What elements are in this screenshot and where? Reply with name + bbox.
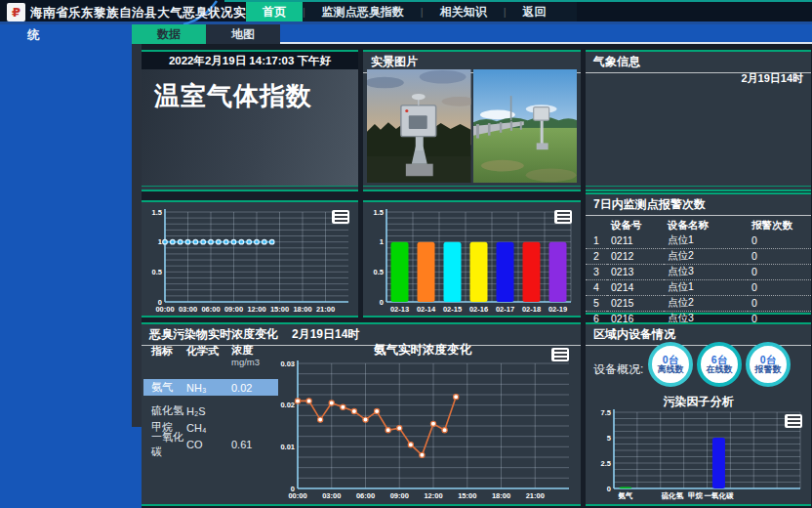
photos-container bbox=[367, 69, 577, 183]
nav-item-3[interactable]: 相关知识 bbox=[424, 2, 504, 21]
weather-panel: 气象信息 2月19日14时 bbox=[586, 50, 811, 191]
svg-text:02-18: 02-18 bbox=[522, 305, 541, 314]
chart-menu-icon[interactable] bbox=[332, 210, 349, 224]
svg-text:06:00: 06:00 bbox=[201, 305, 220, 314]
greenhouse-chart-panel: 00.511.500:0003:0006:0009:0012:0015:0018… bbox=[142, 200, 358, 318]
left-sidebar bbox=[0, 44, 132, 508]
svg-text:硫化氢: 硫化氢 bbox=[661, 491, 683, 500]
sidebar-strip bbox=[132, 427, 142, 508]
odor-panel: 恶臭污染物实时浓度变化 2月19日14时 指标 化学式 浓度 mg/m3 氨气N… bbox=[142, 322, 581, 506]
svg-text:02-19: 02-19 bbox=[548, 305, 567, 314]
svg-text:12:00: 12:00 bbox=[424, 491, 442, 500]
svg-text:02-16: 02-16 bbox=[469, 305, 488, 314]
greenhouse-line-chart: 00.511.500:0003:0006:0009:0012:0015:0018… bbox=[143, 203, 354, 319]
svg-text:21:00: 21:00 bbox=[526, 491, 545, 500]
svg-text:0.03: 0.03 bbox=[280, 360, 295, 368]
svg-text:0.01: 0.01 bbox=[280, 443, 295, 451]
daily-index-bar-chart: 00.511.502-1302-1402-1502-1602-1702-1802… bbox=[365, 203, 577, 319]
svg-text:5: 5 bbox=[607, 434, 611, 443]
odor-table: 指标 化学式 浓度 mg/m3 氨气NH₃0.02硫化氢H₂S甲烷CH₄一氧化碳… bbox=[143, 344, 280, 368]
device-overview-label: 设备概况: bbox=[593, 361, 643, 378]
alarms-panel: 7日内监测点报警次数 设备号 设备名称 报警次数 10211点位1020212点… bbox=[586, 192, 811, 315]
svg-text:0.02: 0.02 bbox=[280, 401, 295, 409]
svg-text:1.5: 1.5 bbox=[374, 208, 384, 217]
odor-table-header: 指标 化学式 浓度 mg/m3 bbox=[143, 344, 280, 368]
svg-text:09:00: 09:00 bbox=[390, 491, 409, 500]
col-alarm-count: 报警次数 bbox=[748, 218, 811, 233]
svg-text:02-15: 02-15 bbox=[443, 305, 462, 314]
odor-row-硫化氢[interactable]: 硫化氢H₂S bbox=[143, 402, 278, 419]
station-photo-sunset bbox=[367, 69, 471, 183]
svg-text:1: 1 bbox=[380, 237, 384, 246]
svg-text:02-14: 02-14 bbox=[417, 305, 436, 314]
table-row: 30213点位30 bbox=[586, 265, 811, 280]
chart-menu-icon[interactable] bbox=[554, 210, 572, 224]
svg-text:21:00: 21:00 bbox=[316, 305, 335, 314]
odor-row-氨气[interactable]: 氨气NH₃0.02 bbox=[143, 379, 278, 396]
content-left-strip bbox=[132, 44, 142, 427]
table-row: 20212点位20 bbox=[586, 249, 811, 265]
greenhouse-index-title: 温室气体指数 bbox=[142, 69, 358, 123]
col-indicator: 指标 bbox=[143, 344, 186, 368]
stat-circle-离线数: 0台离线数 bbox=[648, 342, 693, 387]
svg-text:02-13: 02-13 bbox=[390, 305, 409, 314]
odor-title-time: 2月19日14时 bbox=[292, 326, 359, 343]
svg-text:1.5: 1.5 bbox=[152, 208, 162, 217]
svg-text:00:00: 00:00 bbox=[288, 491, 306, 500]
odor-title-text: 恶臭污染物实时浓度变化 bbox=[149, 326, 278, 343]
main-nav: 首页|监测点恶臭指数|相关知识|返回 bbox=[246, 2, 577, 21]
svg-text:12:00: 12:00 bbox=[247, 305, 265, 314]
greeting-panel: 2022年2月19日 14:17:03 下午好 温室气体指数 bbox=[142, 50, 358, 191]
weather-panel-title: 气象信息 bbox=[586, 52, 811, 73]
svg-text:15:00: 15:00 bbox=[270, 305, 289, 314]
chart-menu-icon[interactable] bbox=[551, 348, 569, 361]
svg-text:1: 1 bbox=[158, 237, 162, 246]
concentration-unit: mg/m3 bbox=[231, 357, 260, 367]
site-logo-icon: ₽ bbox=[7, 3, 25, 21]
stat-circle-报警数: 0台报警数 bbox=[746, 342, 791, 387]
svg-text:03:00: 03:00 bbox=[322, 491, 341, 500]
svg-text:02-17: 02-17 bbox=[496, 305, 514, 314]
svg-text:09:00: 09:00 bbox=[224, 305, 243, 314]
svg-text:0.5: 0.5 bbox=[152, 268, 162, 276]
dashboard-page: ₽ 海南省乐东黎族自治县大气恶臭状况实时发布系 首页|监测点恶臭指数|相关知识|… bbox=[0, 0, 812, 508]
table-row: 40214点位10 bbox=[586, 280, 811, 296]
stat-circle-在线数: 6台在线数 bbox=[697, 342, 742, 387]
svg-text:一氧化碳: 一氧化碳 bbox=[704, 491, 734, 500]
col-device-no: 设备号 bbox=[607, 218, 664, 233]
weather-time: 2月19日14时 bbox=[741, 71, 803, 86]
svg-text:0: 0 bbox=[380, 298, 384, 307]
svg-text:氨气: 氨气 bbox=[617, 491, 633, 500]
photos-panel: 实景图片 bbox=[363, 50, 581, 191]
svg-text:15:00: 15:00 bbox=[458, 491, 476, 500]
nav-item-2[interactable]: 监测点恶臭指数 bbox=[305, 2, 421, 21]
alarms-panel-title: 7日内监测点报警次数 bbox=[586, 194, 811, 216]
svg-text:00:00: 00:00 bbox=[155, 305, 174, 314]
daily-bars-panel: 00.511.502-1302-1402-1502-1602-1702-1802… bbox=[363, 200, 581, 318]
svg-text:18:00: 18:00 bbox=[492, 491, 510, 500]
col-formula: 化学式 bbox=[186, 344, 231, 368]
svg-text:06:00: 06:00 bbox=[356, 491, 375, 500]
tab-row: 统 数据 地图 bbox=[0, 24, 812, 44]
nav-item-1[interactable]: 首页 bbox=[246, 2, 303, 21]
pollution-factor-chart: 02.557.5氨气硫化氢甲烷一氧化碳 bbox=[590, 407, 805, 505]
device-stat-circles: 0台离线数6台在线数0台报警数 bbox=[648, 342, 791, 387]
chart-menu-icon[interactable] bbox=[785, 414, 802, 428]
nav-item-4[interactable]: 返回 bbox=[507, 2, 563, 21]
tab-data[interactable]: 数据 bbox=[132, 24, 206, 44]
svg-text:0.5: 0.5 bbox=[374, 268, 384, 276]
devices-panel: 区域内设备情况 设备概况: 0台离线数6台在线数0台报警数 污染因子分析 02.… bbox=[586, 322, 811, 506]
table-row: 10211点位10 bbox=[586, 233, 811, 249]
app-title-wrap: 统 bbox=[27, 27, 40, 44]
svg-text:18:00: 18:00 bbox=[293, 305, 311, 314]
odor-row-一氧化碳[interactable]: 一氧化碳CO0.61 bbox=[143, 436, 278, 452]
svg-text:03:00: 03:00 bbox=[179, 305, 197, 314]
view-tabs: 数据 地图 bbox=[132, 24, 280, 44]
datetime-greeting: 2022年2月19日 14:17:03 下午好 bbox=[142, 52, 358, 71]
svg-text:甲烷: 甲烷 bbox=[688, 491, 704, 500]
col-concentration: 浓度 mg/m3 bbox=[231, 344, 272, 368]
top-header: ₽ 海南省乐东黎族自治县大气恶臭状况实时发布系 首页|监测点恶臭指数|相关知识|… bbox=[0, 0, 812, 24]
greeting-body: 温室气体指数 bbox=[142, 69, 358, 186]
svg-text:2.5: 2.5 bbox=[601, 459, 611, 468]
tab-map[interactable]: 地图 bbox=[206, 24, 280, 44]
